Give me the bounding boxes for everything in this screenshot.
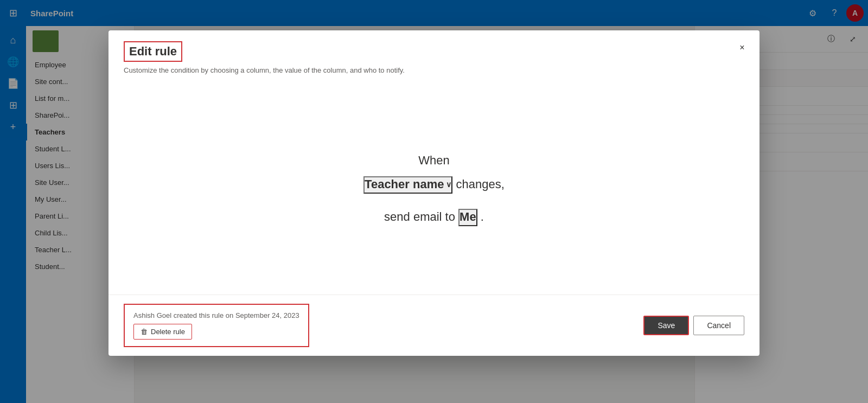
modal-footer: Ashish Goel created this rule on Septemb…: [108, 295, 760, 356]
column-selector-button[interactable]: Teacher name ∨: [363, 176, 452, 194]
footer-right: Save Cancel: [643, 316, 744, 335]
trash-icon: 🗑: [141, 328, 148, 336]
modal-title: Edit rule: [124, 41, 182, 62]
created-by-text: Ashish Goel created this rule on Septemb…: [133, 311, 299, 319]
send-email-text: send email to: [384, 210, 455, 223]
modal-header: Edit rule Customize the condition by cho…: [108, 30, 760, 83]
rule-sentence: When Teacher name ∨ changes, send email …: [363, 149, 505, 229]
changes-text: changes,: [456, 177, 505, 191]
modal-overlay: Edit rule Customize the condition by cho…: [0, 0, 868, 403]
cancel-button[interactable]: Cancel: [693, 316, 744, 335]
save-button[interactable]: Save: [643, 316, 689, 335]
recipient-button[interactable]: Me: [458, 209, 477, 226]
footer-left: Ashish Goel created this rule on Septemb…: [124, 304, 309, 347]
when-text: When: [363, 149, 505, 172]
modal-body: When Teacher name ∨ changes, send email …: [108, 83, 760, 295]
period-text: .: [481, 210, 484, 223]
column-chevron-icon: ∨: [446, 180, 451, 189]
edit-rule-modal: Edit rule Customize the condition by cho…: [108, 30, 760, 356]
modal-subtitle: Customize the condition by choosing a co…: [124, 66, 744, 74]
delete-rule-button[interactable]: 🗑 Delete rule: [133, 324, 192, 340]
modal-close-button[interactable]: ×: [733, 39, 751, 56]
